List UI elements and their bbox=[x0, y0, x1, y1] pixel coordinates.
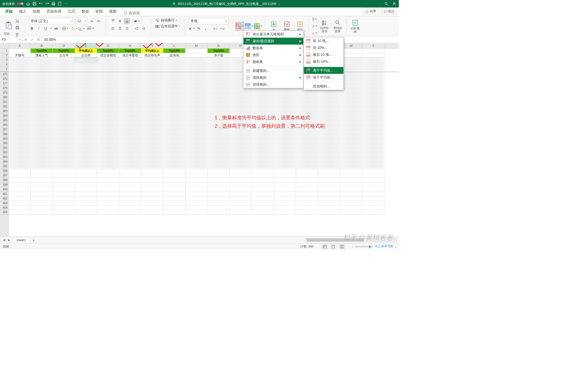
cell[interactable] bbox=[119, 160, 141, 164]
cut-icon[interactable] bbox=[14, 18, 20, 24]
cell[interactable] bbox=[252, 146, 274, 150]
cell[interactable] bbox=[119, 141, 141, 146]
cell[interactable] bbox=[185, 155, 208, 160]
row-header[interactable]: 376 bbox=[0, 77, 8, 81]
cell[interactable] bbox=[31, 127, 53, 132]
cell[interactable] bbox=[252, 187, 274, 192]
cell[interactable] bbox=[274, 132, 296, 137]
cell[interactable] bbox=[362, 72, 384, 77]
cell[interactable] bbox=[185, 137, 208, 141]
cell[interactable] bbox=[141, 127, 163, 132]
cell[interactable] bbox=[9, 123, 31, 127]
cell[interactable] bbox=[9, 192, 31, 196]
cell[interactable] bbox=[274, 178, 296, 183]
cell[interactable]: 点击率 bbox=[53, 53, 75, 58]
cell[interactable] bbox=[97, 187, 119, 192]
cell[interactable] bbox=[31, 164, 53, 169]
cell[interactable] bbox=[362, 49, 384, 53]
cell[interactable] bbox=[318, 169, 340, 173]
cell[interactable] bbox=[340, 210, 362, 215]
new-icon[interactable] bbox=[57, 1, 62, 6]
cell[interactable] bbox=[230, 104, 252, 109]
cell[interactable] bbox=[163, 137, 185, 141]
cell[interactable] bbox=[163, 67, 185, 72]
cell[interactable] bbox=[119, 114, 141, 118]
cell[interactable] bbox=[163, 146, 185, 150]
cell[interactable] bbox=[274, 137, 296, 141]
cell[interactable] bbox=[362, 77, 384, 81]
delete-cells-button[interactable]: 删除 bbox=[281, 20, 293, 32]
cell[interactable] bbox=[9, 160, 31, 164]
cell[interactable] bbox=[340, 206, 362, 210]
col-header[interactable]: E bbox=[75, 43, 97, 48]
cell[interactable] bbox=[75, 206, 97, 210]
cell[interactable] bbox=[53, 196, 75, 201]
cell[interactable] bbox=[119, 196, 141, 201]
cell[interactable] bbox=[141, 137, 163, 141]
menu-item[interactable]: 高于平均值... bbox=[304, 67, 343, 74]
cell[interactable] bbox=[230, 173, 252, 178]
col-header[interactable]: J bbox=[141, 43, 163, 48]
row-header[interactable]: 380 bbox=[0, 95, 8, 100]
cell[interactable] bbox=[318, 196, 340, 201]
cell[interactable] bbox=[53, 146, 75, 150]
row-header[interactable]: 398 bbox=[0, 178, 8, 183]
cell[interactable] bbox=[31, 118, 53, 123]
cell[interactable] bbox=[97, 91, 119, 95]
cell[interactable] bbox=[274, 206, 296, 210]
cell[interactable] bbox=[53, 109, 75, 114]
cell[interactable] bbox=[252, 178, 274, 183]
cell[interactable]: 平均值以上 bbox=[141, 49, 163, 53]
cell[interactable] bbox=[31, 187, 53, 192]
cell[interactable] bbox=[230, 141, 252, 146]
cell[interactable] bbox=[31, 132, 53, 137]
cell[interactable]: 搜索人气 bbox=[31, 53, 53, 58]
cell[interactable] bbox=[362, 155, 384, 160]
cell[interactable] bbox=[53, 58, 75, 62]
cancel-icon[interactable]: ✕ bbox=[24, 38, 27, 42]
cell[interactable] bbox=[274, 160, 296, 164]
cell[interactable] bbox=[97, 173, 119, 178]
cell[interactable] bbox=[97, 67, 119, 72]
cell[interactable] bbox=[230, 132, 252, 137]
cell[interactable] bbox=[53, 62, 75, 67]
cell[interactable] bbox=[9, 72, 31, 77]
row-header[interactable]: 388 bbox=[0, 132, 8, 137]
cell[interactable] bbox=[318, 104, 340, 109]
account-icon[interactable] bbox=[392, 1, 396, 6]
cell[interactable] bbox=[31, 169, 53, 173]
cell[interactable] bbox=[9, 173, 31, 178]
cell[interactable] bbox=[163, 183, 185, 187]
decimal-decrease-icon[interactable]: .00.0 bbox=[219, 25, 225, 32]
cell[interactable] bbox=[208, 62, 230, 67]
cell[interactable] bbox=[274, 146, 296, 150]
cell[interactable] bbox=[318, 173, 340, 178]
row-header[interactable]: 402 bbox=[0, 196, 8, 201]
underline-icon[interactable]: U bbox=[42, 25, 49, 32]
cell[interactable] bbox=[97, 178, 119, 183]
cell[interactable] bbox=[9, 77, 31, 81]
cell[interactable] bbox=[362, 150, 384, 155]
align-bottom-icon[interactable] bbox=[124, 18, 130, 24]
cell[interactable] bbox=[362, 141, 384, 146]
cell[interactable] bbox=[75, 178, 97, 183]
merge-button[interactable]: 合并后居中▾ bbox=[155, 24, 180, 29]
cell[interactable] bbox=[31, 109, 53, 114]
cell[interactable] bbox=[97, 104, 119, 109]
cell[interactable] bbox=[119, 164, 141, 169]
cell[interactable] bbox=[9, 150, 31, 155]
cell[interactable] bbox=[31, 91, 53, 95]
sheet-nav-next[interactable]: ▶ bbox=[7, 238, 11, 242]
cell[interactable] bbox=[296, 100, 318, 104]
cell[interactable] bbox=[296, 201, 318, 206]
row-header[interactable]: 404 bbox=[0, 206, 8, 210]
sheet-tab[interactable]: sheet1 bbox=[12, 237, 30, 243]
cell[interactable] bbox=[75, 72, 97, 77]
cell[interactable] bbox=[230, 206, 252, 210]
cell[interactable] bbox=[75, 77, 97, 81]
cell[interactable] bbox=[119, 77, 141, 81]
cell[interactable] bbox=[296, 178, 318, 183]
align-middle-icon[interactable] bbox=[117, 18, 123, 24]
view-layout-icon[interactable] bbox=[330, 244, 336, 249]
cell[interactable] bbox=[208, 160, 230, 164]
